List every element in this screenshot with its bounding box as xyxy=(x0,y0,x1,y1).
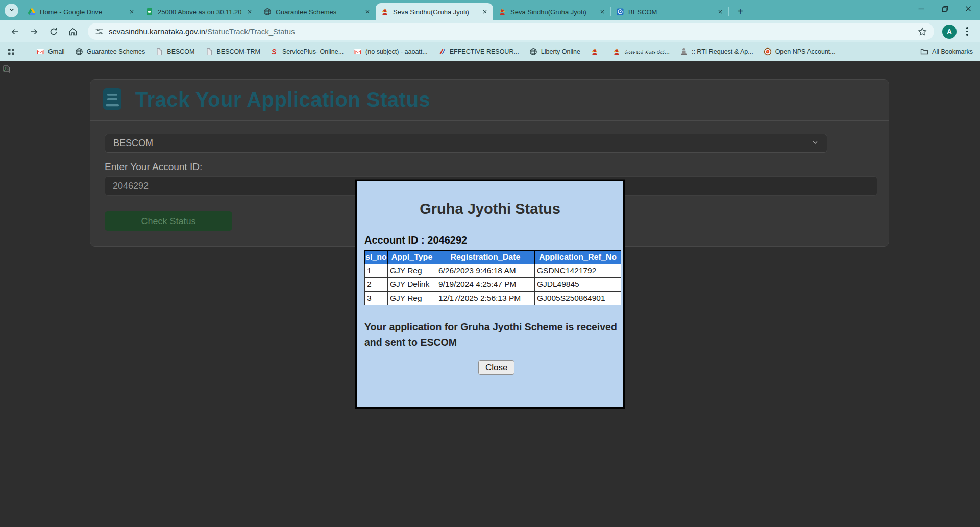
tab-close-icon[interactable] xyxy=(128,8,136,16)
bookmark-label: Open NPS Account... xyxy=(775,48,836,55)
tab-bescom[interactable]: BESCOM xyxy=(611,3,728,20)
col-header-application-ref-no: Application_Ref_No xyxy=(535,251,621,264)
cell-sl-no: 1 xyxy=(365,264,388,278)
tab-close-icon[interactable] xyxy=(598,8,606,16)
gmail-icon xyxy=(36,47,44,56)
document-icon xyxy=(155,47,163,56)
tab-seva-sindhu-active[interactable]: Seva Sindhu(Gruha Jyoti) xyxy=(376,3,493,20)
reload-button[interactable] xyxy=(45,23,62,40)
cell-application-ref-no: GSDNC1421792 xyxy=(535,264,621,278)
home-button[interactable] xyxy=(64,23,82,40)
escom-select[interactable]: BESCOM xyxy=(105,134,827,153)
bookmark-guarantee-schemes[interactable]: Guarantee Schemes xyxy=(75,47,145,56)
bookmark-label: ಕರ್ನಾಟಕ ಸರ್ಕಾರದ... xyxy=(624,48,670,56)
tab-search-button[interactable] xyxy=(5,4,18,17)
col-header-registration-date: Registration_Date xyxy=(436,251,535,264)
google-drive-icon xyxy=(28,8,36,16)
bookmark-no-subject[interactable]: (no subject) - aaoatt... xyxy=(354,47,428,56)
browser-menu-button[interactable] xyxy=(961,25,974,38)
table-row: 3 GJY Reg 12/17/2025 2:56:13 PM GJ005S25… xyxy=(365,292,621,305)
bookmarks-bar: Gmail Guarantee Schemes BESCOM BESCOM-TR… xyxy=(0,42,980,61)
tab-home-google-drive[interactable]: Home - Google Drive xyxy=(22,3,140,20)
broken-image-icon xyxy=(3,65,10,73)
back-button[interactable] xyxy=(6,23,23,40)
tab-title: Home - Google Drive xyxy=(40,8,124,16)
tab-sheet-25000-above[interactable]: 25000 Above as on 30.11.2025 xyxy=(140,3,258,20)
bookmark-bescom[interactable]: BESCOM xyxy=(155,47,194,56)
bookmark-karnataka-sarkarada[interactable]: ಕರ್ನಾಟಕ ಸರ್ಕಾರದ... xyxy=(612,47,670,56)
cell-registration-date: 12/17/2025 2:56:13 PM xyxy=(436,292,535,305)
modal-title: Gruha Jyothi Status xyxy=(357,201,623,218)
bookmark-open-nps[interactable]: Open NPS Account... xyxy=(764,47,836,56)
globe-icon xyxy=(263,8,272,16)
modal-close-button[interactable]: Close xyxy=(478,360,514,375)
bookmark-label: BESCOM-TRM xyxy=(217,48,260,55)
url-text[interactable]: sevasindhu.karnataka.gov.in/StatucTrack/… xyxy=(109,27,913,36)
new-tab-button[interactable]: + xyxy=(733,4,747,18)
apps-grid-icon[interactable] xyxy=(7,47,15,56)
tab-title: Seva Sindhu(Gruha Jyoti) xyxy=(510,8,594,16)
tab-title: Seva Sindhu(Gruha Jyoti) xyxy=(393,8,477,16)
tab-close-icon[interactable] xyxy=(481,8,489,16)
karnataka-emblem-icon xyxy=(612,47,621,56)
cell-sl-no: 3 xyxy=(365,292,388,305)
cell-application-ref-no: GJDL49845 xyxy=(535,278,621,292)
table-row: 2 GJY Delink 9/19/2024 4:25:47 PM GJDL49… xyxy=(365,278,621,292)
bookmark-label: EFFECTIVE RESOUR... xyxy=(450,48,519,55)
col-header-appl-type: Appl_Type xyxy=(388,251,436,264)
bookmark-gmail[interactable]: Gmail xyxy=(36,47,65,56)
effective-resources-icon xyxy=(438,47,446,56)
bookmark-label: Guarantee Schemes xyxy=(87,48,145,55)
browser-toolbar: sevasindhu.karnataka.gov.in/StatucTrack/… xyxy=(0,20,980,42)
window-restore-button[interactable] xyxy=(933,0,957,17)
forward-button[interactable] xyxy=(26,23,43,40)
modal-account-id: Account ID : 2046292 xyxy=(364,234,467,246)
bescom-icon xyxy=(616,8,624,16)
separator xyxy=(914,47,914,56)
check-status-button[interactable]: Check Status xyxy=(105,211,232,231)
svg-text:S: S xyxy=(272,47,277,56)
tab-close-icon[interactable] xyxy=(716,8,724,16)
karnataka-emblem-icon xyxy=(498,8,506,16)
window-close-button[interactable] xyxy=(957,0,980,17)
bookmark-label: BESCOM xyxy=(167,48,194,55)
bookmark-label: Liberty Online xyxy=(541,48,580,55)
url-path: /StatucTrack/Track_Status xyxy=(205,27,295,36)
document-icon xyxy=(205,47,213,56)
tab-guarantee-schemes[interactable]: Guarantee Schemes xyxy=(258,3,376,20)
profile-avatar[interactable]: A xyxy=(942,25,957,39)
bookmark-emblem-only[interactable] xyxy=(591,47,602,56)
bookmark-effective-resources[interactable]: EFFECTIVE RESOUR... xyxy=(438,47,519,56)
window-minimize-button[interactable] xyxy=(910,0,933,17)
status-table: sl_no Appl_Type Registration_Date Applic… xyxy=(364,250,621,305)
bookmark-label: ServicePlus- Online... xyxy=(282,48,344,55)
bookmark-bescom-trm[interactable]: BESCOM-TRM xyxy=(205,47,260,56)
address-bar[interactable]: sevasindhu.karnataka.gov.in/StatucTrack/… xyxy=(88,23,934,40)
folder-icon xyxy=(920,47,928,56)
gruha-jyothi-status-modal: Gruha Jyothi Status Account ID : 2046292… xyxy=(355,180,625,409)
account-id-label: Enter Your Account ID: xyxy=(105,161,202,173)
tab-close-icon[interactable] xyxy=(246,8,254,16)
tab-seva-sindhu-2[interactable]: Seva Sindhu(Gruha Jyoti) xyxy=(493,3,610,20)
cell-registration-date: 6/26/2023 9:46:18 AM xyxy=(436,264,535,278)
bookmark-label: :: RTI Request & Ap... xyxy=(692,48,753,55)
cell-appl-type: GJY Reg xyxy=(388,292,436,305)
tab-title: BESCOM xyxy=(628,8,712,16)
all-bookmarks-button[interactable]: All Bookmarks xyxy=(920,47,973,56)
tab-close-icon[interactable] xyxy=(363,8,372,16)
status-message: Your application for Gruha Jyothi Scheme… xyxy=(364,319,618,350)
bookmark-star-icon[interactable] xyxy=(918,27,927,36)
bookmark-serviceplus[interactable]: S ServicePlus- Online... xyxy=(271,47,344,56)
tab-separator xyxy=(728,7,729,16)
page-content: Track Your Application Status BESCOM Ent… xyxy=(0,61,980,527)
site-info-icon[interactable] xyxy=(95,27,104,36)
nps-icon xyxy=(764,47,772,56)
lion-capital-icon xyxy=(680,47,688,56)
bookmark-rti-request[interactable]: :: RTI Request & Ap... xyxy=(680,47,753,56)
bookmark-liberty-online[interactable]: Liberty Online xyxy=(529,47,580,56)
url-domain: sevasindhu.karnataka.gov.in xyxy=(109,27,205,36)
cell-appl-type: GJY Delink xyxy=(388,278,436,292)
bookmark-label: Gmail xyxy=(48,48,65,55)
table-row: 1 GJY Reg 6/26/2023 9:46:18 AM GSDNC1421… xyxy=(365,264,621,278)
tab-title: Guarantee Schemes xyxy=(276,8,359,16)
